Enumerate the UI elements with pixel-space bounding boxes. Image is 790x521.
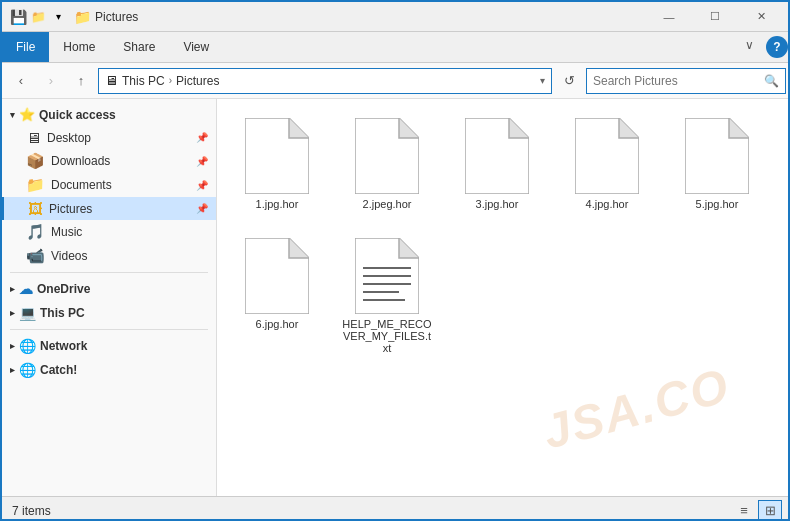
list-view-button[interactable]: ≡ <box>732 500 756 522</box>
file-item-2[interactable]: 2.jpeg.hor <box>337 109 437 219</box>
downloads-icon: 📦 <box>26 152 45 170</box>
videos-icon: 📹 <box>26 247 45 265</box>
up-button[interactable]: ↑ <box>68 68 94 94</box>
documents-icon: 📁 <box>26 176 45 194</box>
catch-chevron: ▸ <box>10 365 15 375</box>
forward-button[interactable]: › <box>38 68 64 94</box>
grid-view-button[interactable]: ⊞ <box>758 500 782 522</box>
status-bar: 7 items ≡ ⊞ <box>2 496 790 521</box>
sidebar-item-catch[interactable]: ▸ 🌐 Catch! <box>2 358 216 382</box>
sidebar-item-network[interactable]: ▸ 🌐 Network <box>2 334 216 358</box>
sidebar-section-quick-access[interactable]: ▾ ⭐ Quick access <box>2 103 216 126</box>
this-pc-icon: 💻 <box>19 305 36 321</box>
quick-access-label: Quick access <box>39 108 116 122</box>
window-title-area: 📁 Pictures <box>74 9 646 25</box>
view-buttons: ≡ ⊞ <box>732 500 782 522</box>
file-icon-6 <box>245 238 309 314</box>
sidebar-item-downloads[interactable]: 📦 Downloads 📌 <box>2 149 216 173</box>
desktop-icon: 🖥 <box>26 129 41 146</box>
music-icon: 🎵 <box>26 223 45 241</box>
watermark: JSA.CO <box>537 357 735 459</box>
sidebar: ▾ ⭐ Quick access 🖥 Desktop 📌 📦 Downloads… <box>2 99 217 496</box>
file-icon-2 <box>355 118 419 194</box>
catch-icon: 🌐 <box>19 362 36 378</box>
sidebar-item-label-desktop: Desktop <box>47 131 91 145</box>
sidebar-item-videos[interactable]: 📹 Videos <box>2 244 216 268</box>
file-name-3: 3.jpg.hor <box>476 198 519 210</box>
maximize-button[interactable]: ☐ <box>692 2 738 32</box>
path-folder-icon: 🖥 <box>105 73 118 88</box>
file-item-3[interactable]: 3.jpg.hor <box>447 109 547 219</box>
tab-home[interactable]: Home <box>49 32 109 62</box>
quick-access-toolbar-icon[interactable]: 📁 <box>30 9 46 25</box>
dropdown-icon[interactable]: ▾ <box>50 9 66 25</box>
onedrive-icon: ☁ <box>19 281 33 297</box>
path-text: This PC <box>122 74 165 88</box>
file-item-1[interactable]: 1.jpg.hor <box>227 109 327 219</box>
sidebar-item-label-music: Music <box>51 225 82 239</box>
file-icon-4 <box>575 118 639 194</box>
network-label: Network <box>40 339 87 353</box>
file-name-7: HELP_ME_RECOVER_MY_FILES.txt <box>342 318 432 354</box>
tab-share[interactable]: Share <box>109 32 169 62</box>
sidebar-item-music[interactable]: 🎵 Music <box>2 220 216 244</box>
minimize-button[interactable]: — <box>646 2 692 32</box>
file-name-2: 2.jpeg.hor <box>363 198 412 210</box>
onedrive-chevron: ▸ <box>10 284 15 294</box>
quick-access-chevron: ▾ <box>10 110 15 120</box>
back-button[interactable]: ‹ <box>8 68 34 94</box>
item-count: 7 items <box>12 504 51 518</box>
tab-view[interactable]: View <box>169 32 223 62</box>
file-icon-7 <box>355 238 419 314</box>
this-pc-label: This PC <box>40 306 85 320</box>
sidebar-item-label-documents: Documents <box>51 178 112 192</box>
pin-icon-desktop: 📌 <box>196 132 208 143</box>
ribbon: File Home Share View ∨ ? <box>2 32 790 63</box>
onedrive-label: OneDrive <box>37 282 90 296</box>
pictures-icon: 🖼 <box>28 200 43 217</box>
sidebar-item-desktop[interactable]: 🖥 Desktop 📌 <box>2 126 216 149</box>
pin-icon-documents: 📌 <box>196 180 208 191</box>
sidebar-item-label-downloads: Downloads <box>51 154 110 168</box>
file-area: JSA.CO 1.jpg.hor <box>217 99 790 496</box>
file-item-6[interactable]: 6.jpg.hor <box>227 229 327 363</box>
close-button[interactable]: ✕ <box>738 2 784 32</box>
pin-icon-downloads: 📌 <box>196 156 208 167</box>
help-button[interactable]: ? <box>766 36 788 58</box>
file-item-5[interactable]: 5.jpg.hor <box>667 109 767 219</box>
save-icon[interactable]: 💾 <box>10 9 26 25</box>
sidebar-item-this-pc[interactable]: ▸ 💻 This PC <box>2 301 216 325</box>
window-title: Pictures <box>95 10 138 24</box>
main-layout: ▾ ⭐ Quick access 🖥 Desktop 📌 📦 Downloads… <box>2 99 790 496</box>
address-path[interactable]: 🖥 This PC › Pictures ▾ <box>98 68 552 94</box>
ribbon-chevron[interactable]: ∨ <box>736 32 762 58</box>
tab-file[interactable]: File <box>2 32 49 62</box>
search-input[interactable] <box>593 74 760 88</box>
file-name-4: 4.jpg.hor <box>586 198 629 210</box>
path-current: Pictures <box>176 74 219 88</box>
file-name-5: 5.jpg.hor <box>696 198 739 210</box>
sidebar-divider-1 <box>10 272 208 273</box>
refresh-button[interactable]: ↺ <box>556 68 582 94</box>
file-item-7[interactable]: HELP_ME_RECOVER_MY_FILES.txt <box>337 229 437 363</box>
quick-access-icon: ⭐ <box>19 107 35 122</box>
sidebar-item-documents[interactable]: 📁 Documents 📌 <box>2 173 216 197</box>
search-icon: 🔍 <box>764 74 779 88</box>
path-dropdown-icon[interactable]: ▾ <box>540 75 545 86</box>
folder-icon: 📁 <box>74 9 91 25</box>
path-separator-1: › <box>169 75 172 86</box>
sidebar-divider-2 <box>10 329 208 330</box>
address-bar: ‹ › ↑ 🖥 This PC › Pictures ▾ ↺ 🔍 <box>2 63 790 99</box>
ribbon-tabs: File Home Share View ∨ ? <box>2 32 790 62</box>
sidebar-item-pictures[interactable]: 🖼 Pictures 📌 <box>2 197 216 220</box>
search-box[interactable]: 🔍 <box>586 68 786 94</box>
file-item-4[interactable]: 4.jpg.hor <box>557 109 657 219</box>
catch-label: Catch! <box>40 363 77 377</box>
title-bar-icons: 💾 📁 ▾ <box>10 9 66 25</box>
sidebar-item-onedrive[interactable]: ▸ ☁ OneDrive <box>2 277 216 301</box>
this-pc-chevron: ▸ <box>10 308 15 318</box>
file-name-1: 1.jpg.hor <box>256 198 299 210</box>
title-bar: 💾 📁 ▾ 📁 Pictures — ☐ ✕ <box>2 2 790 32</box>
file-icon-5 <box>685 118 749 194</box>
network-icon: 🌐 <box>19 338 36 354</box>
